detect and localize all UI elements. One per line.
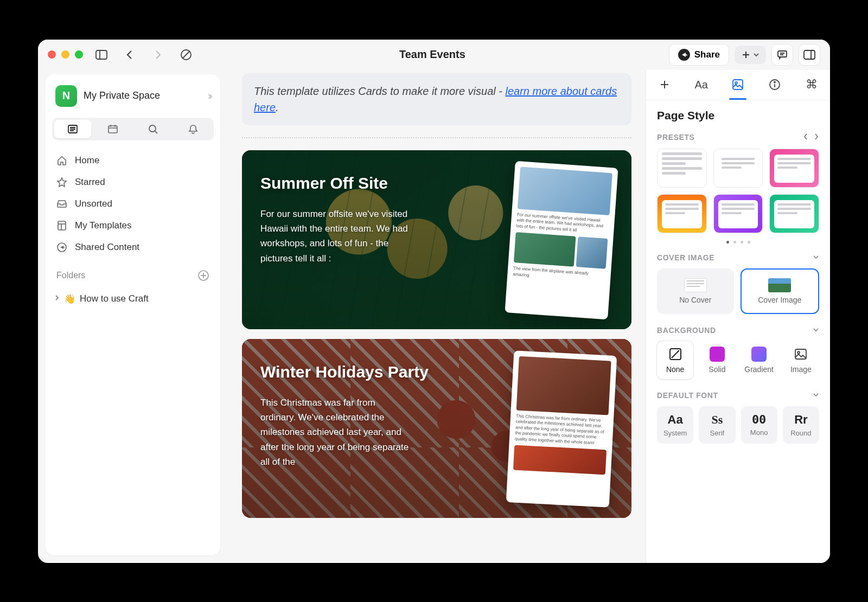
sidebar-item-home[interactable]: Home <box>52 150 214 171</box>
workspace-icon: N <box>55 85 77 107</box>
preset-option[interactable] <box>713 149 763 188</box>
font-sample: Aa <box>668 413 683 427</box>
page-title: Team Events <box>205 48 660 61</box>
svg-rect-15 <box>108 126 117 133</box>
nav-back-button[interactable] <box>120 45 139 65</box>
card-preview-page: For our summer offsite we've visited Haw… <box>505 161 618 319</box>
solid-icon <box>710 347 725 362</box>
new-document-button[interactable] <box>735 46 766 64</box>
font-option-serif[interactable]: Ss Serif <box>699 406 735 444</box>
sidebar-item-starred[interactable]: Starred <box>52 172 214 193</box>
background-option-solid[interactable]: Solid <box>699 341 735 379</box>
folder-emoji: 👋 <box>64 293 75 305</box>
panel-tab-shortcuts[interactable]: ⌘ <box>800 73 824 97</box>
preset-option[interactable] <box>657 149 707 188</box>
sidebar-item-shared[interactable]: Shared Content <box>52 237 214 258</box>
list-view-tab[interactable] <box>54 120 91 138</box>
preview-image <box>514 232 576 267</box>
toggle-sidebar-button[interactable] <box>92 45 111 65</box>
presets-grid <box>657 149 819 233</box>
chevron-down-icon[interactable] <box>813 391 819 400</box>
font-option-mono[interactable]: 00 Mono <box>741 406 777 444</box>
background-option-image[interactable]: Image <box>783 341 819 379</box>
font-label: System <box>663 429 687 437</box>
font-option-round[interactable]: Rr Round <box>783 406 819 444</box>
plus-icon <box>741 50 751 60</box>
sidebar-item-label: Shared Content <box>75 242 139 253</box>
preset-option[interactable] <box>769 149 819 188</box>
sidebar-item-label: Home <box>75 155 99 166</box>
event-card-winter[interactable]: Winter Holidays Party This Christmas was… <box>242 339 631 518</box>
presets-page-indicator <box>657 241 819 244</box>
sidebar-item-templates[interactable]: My Templates <box>52 215 214 236</box>
inspector-panel: Aa ⌘ Page Style PRESETS <box>646 70 830 563</box>
svg-point-39 <box>797 351 800 354</box>
presets-header: PRESETS <box>657 133 695 142</box>
workspace-switcher[interactable]: N My Private Space ›› <box>52 82 214 110</box>
folder-item[interactable]: 👋 How to use Craft <box>52 289 214 309</box>
svg-marker-21 <box>58 178 66 187</box>
comment-icon <box>777 49 788 60</box>
event-card-summer[interactable]: Summer Off Site For our summer offsite w… <box>242 150 631 329</box>
font-option-system[interactable]: Aa System <box>657 406 693 444</box>
calendar-view-tab[interactable] <box>94 120 131 138</box>
cover-header: COVER IMAGE <box>657 253 714 262</box>
minimize-window-button[interactable] <box>61 50 69 59</box>
svg-rect-22 <box>58 221 66 230</box>
svg-rect-9 <box>804 50 815 59</box>
panel-tab-info[interactable] <box>763 73 787 97</box>
hint-text: This template utilizes Cards to make it … <box>254 85 506 97</box>
search-tab[interactable] <box>135 120 171 138</box>
panel-tabs: Aa ⌘ <box>646 70 830 100</box>
share-icon <box>678 49 690 61</box>
preview-image <box>518 166 612 215</box>
workspace-name: My Private Space <box>84 90 201 101</box>
sidebar-container: N My Private Space ›› <box>38 70 228 563</box>
share-button[interactable]: Share <box>669 44 729 66</box>
panel-title: Page Style <box>657 109 819 122</box>
panel-tab-text[interactable]: Aa <box>690 73 713 97</box>
font-sample: 00 <box>752 413 767 426</box>
background-option-label: Solid <box>709 365 725 374</box>
panel-tab-add[interactable] <box>653 73 676 97</box>
divider <box>242 137 631 138</box>
svg-rect-38 <box>795 349 806 359</box>
toggle-right-panel-button[interactable] <box>799 44 820 66</box>
preview-image <box>513 445 607 475</box>
card-title: Summer Off Site <box>260 174 449 193</box>
sidebar-item-unsorted[interactable]: Unsorted <box>52 194 214 214</box>
background-option-none[interactable]: None <box>657 341 693 379</box>
star-icon <box>56 177 67 188</box>
svg-point-19 <box>149 125 156 132</box>
presets-prev-button[interactable] <box>803 133 808 142</box>
card-title: Winter Holidays Party <box>260 363 449 382</box>
preset-option[interactable] <box>657 194 707 233</box>
add-folder-button[interactable] <box>197 270 209 281</box>
template-icon <box>56 220 67 231</box>
zoom-window-button[interactable] <box>75 50 83 59</box>
preset-option[interactable] <box>769 194 819 233</box>
main-content: This template utilizes Cards to make it … <box>228 70 646 563</box>
sync-status-icon[interactable] <box>176 45 196 65</box>
nav-forward-button[interactable] <box>148 45 168 65</box>
comments-button[interactable] <box>771 44 793 66</box>
font-header: DEFAULT FONT <box>657 391 718 400</box>
card-description: This Christmas was far from ordinary. We… <box>260 395 412 469</box>
window-controls <box>48 50 83 59</box>
close-window-button[interactable] <box>48 50 56 59</box>
notifications-tab[interactable] <box>175 120 212 138</box>
cover-option-label: No Cover <box>679 296 711 304</box>
font-label: Round <box>790 429 811 437</box>
chevron-down-icon[interactable] <box>813 326 819 335</box>
cover-option-none[interactable]: No Cover <box>657 268 734 314</box>
preset-option[interactable] <box>713 194 763 233</box>
command-icon: ⌘ <box>806 78 818 92</box>
panel-tab-style[interactable] <box>726 73 750 97</box>
sidebar-nav: Home Starred Unsorted My Templates <box>52 150 214 258</box>
chevron-down-icon[interactable] <box>813 253 819 262</box>
plus-icon <box>659 79 670 90</box>
cover-option-image[interactable]: Cover Image <box>741 268 820 314</box>
preview-image <box>576 236 608 269</box>
presets-next-button[interactable] <box>814 133 819 142</box>
background-option-gradient[interactable]: Gradient <box>741 341 777 379</box>
